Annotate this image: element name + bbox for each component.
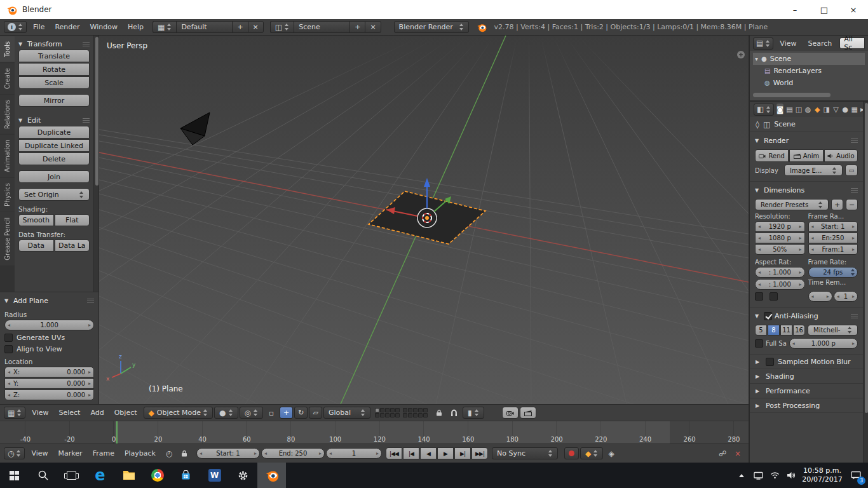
dimensions-panel-header[interactable]: ▼Dimensions — [755, 184, 858, 196]
render-audio-button[interactable]: Audio — [824, 149, 858, 162]
location-field[interactable]: ◂Y:0.000▸ — [4, 378, 94, 389]
add-scene-button[interactable]: + — [349, 21, 365, 33]
pin-icon[interactable]: ◊ — [756, 121, 759, 128]
mirror-button[interactable]: Mirror — [18, 94, 90, 107]
edit-button[interactable]: Duplicate — [18, 126, 90, 139]
data-tab-icon[interactable]: ▽ — [832, 104, 839, 115]
render-animation-button[interactable]: Anim — [789, 149, 823, 162]
full-sample-checkbox[interactable] — [755, 339, 763, 348]
panel-drag-icon[interactable] — [87, 298, 94, 303]
edit-button[interactable]: Duplicate Linked — [18, 139, 90, 152]
viewport-menu[interactable]: Select — [53, 409, 85, 417]
store-button[interactable] — [172, 463, 200, 488]
fps-select[interactable]: 24 fps — [808, 267, 858, 278]
infobar-menu[interactable]: File — [28, 23, 50, 31]
render-presets-select[interactable]: Render Presets — [755, 199, 829, 210]
current-frame-field[interactable]: ◂1▸ — [326, 448, 382, 459]
world-tab-icon[interactable]: ◍ — [804, 104, 811, 115]
border-checkbox[interactable] — [755, 292, 763, 301]
add-plane-panel-header[interactable]: ▼Add Plane — [4, 295, 94, 306]
resolution-field[interactable]: ◂1920 p▸ — [755, 221, 805, 232]
delete-keyframe-icon[interactable]: × — [731, 447, 745, 459]
transform-button[interactable]: Scale — [18, 76, 90, 89]
panel-drag-icon[interactable] — [83, 118, 90, 123]
add-preset-button[interactable]: + — [831, 199, 843, 210]
aa-filter-select[interactable]: Mitchell- — [808, 325, 858, 336]
outliner-menu-view[interactable]: View — [775, 39, 801, 48]
aa-sample[interactable]: 11 — [780, 325, 792, 336]
remap-new-field[interactable]: ◂1▸ — [834, 291, 858, 302]
frame-range-field[interactable]: ◂En:250▸ — [808, 233, 858, 243]
toolshelf-tab[interactable]: Grease Pencil — [0, 212, 15, 266]
timeline-menu[interactable]: Frame — [88, 449, 119, 458]
delete-scene-button[interactable]: × — [365, 21, 381, 33]
data-transfer-button[interactable]: Data La — [55, 240, 90, 252]
preview-range-icon[interactable]: ◴ — [162, 447, 176, 459]
properties-editor-type-button[interactable]: ◧ — [754, 104, 774, 116]
settings-button[interactable] — [229, 463, 257, 488]
crop-checkbox[interactable] — [770, 292, 778, 301]
scene-name[interactable]: Scene — [294, 21, 349, 33]
display-select[interactable]: Image E... — [784, 165, 843, 176]
toolshelf-tab[interactable]: Animation — [0, 135, 15, 177]
taskbar-clock[interactable]: 10:58 p.m. 20/07/2017 — [799, 466, 845, 484]
render-tab-icon[interactable]: ◙ — [776, 104, 783, 115]
checkbox[interactable] — [4, 334, 13, 342]
checkbox[interactable] — [4, 345, 13, 353]
copy-pose-icon[interactable]: ☍ — [715, 447, 729, 459]
resolution-field[interactable]: ◂50%▸ — [755, 244, 805, 255]
render-panel-header[interactable]: ▼Render — [755, 134, 858, 147]
material-tab-icon[interactable]: ● — [842, 104, 849, 115]
transform-panel-header[interactable]: ▼Transform — [18, 38, 90, 50]
frame-start-field[interactable]: ◂Start: 1▸ — [196, 448, 260, 459]
region-split-handle[interactable] — [737, 51, 745, 58]
editor-type-button[interactable]: i — [4, 21, 27, 33]
chrome-button[interactable] — [143, 463, 172, 488]
aa-sample[interactable]: 8 — [768, 325, 780, 336]
volume-tray-icon[interactable] — [783, 463, 799, 488]
timeline-menu[interactable]: View — [26, 449, 53, 458]
set-origin-menu[interactable]: Set Origin — [18, 188, 90, 201]
viewport-menu[interactable]: Add — [85, 409, 109, 417]
start-button[interactable] — [0, 463, 29, 488]
shading-button[interactable]: Smooth — [18, 214, 54, 226]
wifi-tray-icon[interactable] — [766, 463, 783, 488]
viewport-editor-type-button[interactable]: ▦ — [4, 407, 25, 419]
insert-keyframe-icon[interactable]: ◈ — [604, 447, 618, 459]
edit-panel-header[interactable]: ▼Edit — [18, 114, 90, 126]
orientation-select[interactable]: Global — [323, 407, 370, 419]
add-screen-button[interactable]: + — [232, 21, 247, 33]
word-button[interactable]: W — [200, 463, 229, 488]
frame-range-field[interactable]: ◂Start: 1▸ — [808, 221, 858, 232]
viewport-shading-select[interactable]: ● — [214, 407, 238, 419]
manipulator-scale-toggle[interactable]: ▱ — [309, 407, 322, 419]
pivot-point-select[interactable]: ◎ — [240, 407, 263, 419]
panel-drag-icon[interactable] — [851, 187, 858, 193]
panel-checkbox[interactable] — [766, 358, 774, 366]
play-reverse-button[interactable]: ◀ — [420, 447, 437, 459]
network-tray-icon[interactable] — [750, 463, 766, 488]
scene-browse-button[interactable]: ◫ — [270, 21, 294, 33]
action-center-button[interactable]: 3 — [845, 463, 867, 488]
maximize-button[interactable]: □ — [810, 0, 839, 19]
pivot-align-toggle[interactable]: ▫ — [264, 407, 278, 419]
render-engine-select[interactable]: Blender Render — [394, 21, 469, 33]
timeline-ruler[interactable]: -40-200204060801001201401601802002202402… — [0, 421, 749, 444]
collapse-arrow-icon[interactable]: ▾ — [755, 55, 758, 62]
mode-select[interactable]: ◆Object Mode — [144, 407, 214, 419]
outliner-display-filter[interactable]: All Sc — [839, 37, 865, 49]
taskbar-search-button[interactable] — [29, 463, 57, 488]
lock-icon[interactable] — [432, 407, 446, 419]
snap-element-select[interactable]: ▮ — [463, 407, 484, 419]
edge-button[interactable]: e — [86, 463, 114, 488]
sync-select[interactable]: No Sync — [492, 447, 558, 459]
panel-drag-icon[interactable] — [83, 41, 90, 46]
record-button[interactable] — [564, 447, 579, 459]
transform-button[interactable]: Translate — [18, 50, 90, 62]
shading-button[interactable]: Flat — [55, 214, 90, 226]
collapsed-panel[interactable]: ▶ Shading — [750, 369, 863, 384]
3d-viewport[interactable]: z y x User Persp (1) Plane — [99, 36, 749, 404]
outliner-editor-type-button[interactable]: ▤ — [753, 37, 773, 50]
filter-size-field[interactable]: ◂1.000 p▸ — [789, 338, 858, 349]
aa-sample[interactable]: 16 — [793, 325, 805, 336]
